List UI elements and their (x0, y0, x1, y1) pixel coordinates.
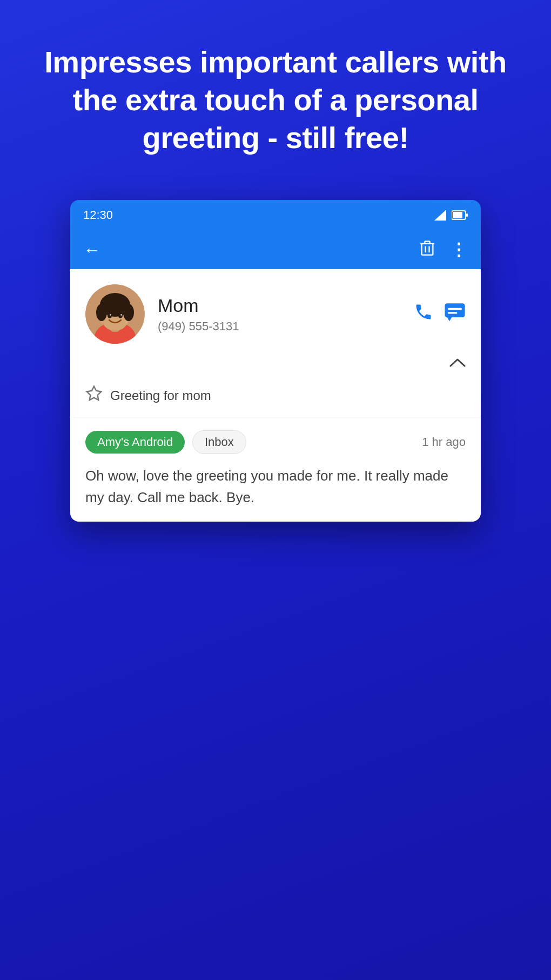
avatar-image (85, 284, 145, 344)
chevron-up-icon (449, 357, 466, 368)
star-outline-icon (85, 385, 103, 402)
message-card: Amy's Android Inbox 1 hr ago Oh wow, lov… (70, 417, 481, 522)
svg-point-19 (107, 314, 112, 318)
content-area: Mom (949) 555-3131 (70, 269, 481, 522)
time-ago: 1 hr ago (422, 435, 466, 449)
contact-name: Mom (158, 295, 401, 317)
greeting-label: Greeting for mom (110, 388, 211, 403)
signal-icon (434, 210, 446, 221)
phone-icon (414, 302, 433, 322)
status-time: 12:30 (83, 208, 113, 222)
svg-marker-0 (434, 210, 446, 221)
status-icons (434, 210, 468, 221)
svg-rect-2 (453, 212, 462, 218)
collapse-button[interactable] (449, 355, 466, 372)
hero-section: Impresses important callers with the ext… (0, 0, 551, 189)
expand-row (70, 355, 481, 378)
trash-icon (420, 240, 435, 256)
svg-point-18 (103, 295, 127, 311)
tag-amys-android[interactable]: Amy's Android (85, 431, 185, 454)
svg-point-21 (110, 314, 111, 315)
back-button[interactable]: ← (83, 241, 100, 258)
svg-rect-26 (448, 312, 457, 314)
app-bar: ← ⋮ (70, 230, 481, 269)
status-bar: 12:30 (70, 200, 481, 230)
delete-button[interactable] (420, 240, 435, 260)
svg-rect-4 (422, 243, 433, 255)
hero-title: Impresses important callers with the ext… (32, 43, 519, 157)
message-body: Oh wow, love the greeting you made for m… (85, 465, 466, 509)
star-icon (85, 385, 103, 406)
message-button[interactable] (444, 302, 466, 326)
svg-rect-23 (445, 303, 465, 317)
phone-mockup: 12:30 ← (70, 200, 481, 522)
contact-info: Mom (949) 555-3131 (158, 295, 401, 334)
message-meta: Amy's Android Inbox 1 hr ago (85, 430, 466, 454)
contact-actions (414, 302, 466, 326)
svg-point-20 (118, 314, 123, 318)
contact-card: Mom (949) 555-3131 (70, 269, 481, 355)
svg-rect-3 (466, 214, 468, 217)
more-options-button[interactable]: ⋮ (450, 239, 468, 260)
message-icon (444, 302, 466, 322)
contact-phone: (949) 555-3131 (158, 319, 401, 334)
battery-icon (452, 210, 468, 220)
svg-rect-25 (448, 308, 462, 310)
tag-inbox[interactable]: Inbox (192, 430, 246, 454)
svg-point-22 (120, 314, 122, 315)
svg-marker-24 (447, 317, 452, 321)
greeting-row: Greeting for mom (70, 378, 481, 417)
svg-marker-27 (87, 386, 102, 400)
avatar (85, 284, 145, 344)
call-button[interactable] (414, 302, 433, 326)
app-bar-actions: ⋮ (420, 239, 468, 260)
